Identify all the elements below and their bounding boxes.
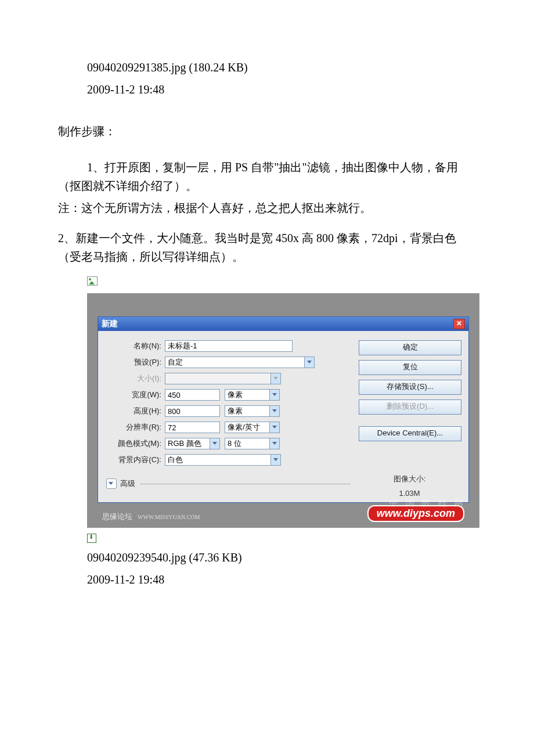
chevron-down-icon	[269, 422, 279, 433]
close-icon[interactable]: ✕	[453, 319, 465, 329]
download-icon	[87, 534, 96, 543]
bg-label: 背景内容(C):	[106, 455, 165, 465]
delete-preset-button: 删除预设(D)...	[359, 399, 461, 415]
top-image-filename: 09040209291385.jpg (180.24 KB)	[87, 58, 476, 77]
bitdepth-select[interactable]: 8 位	[225, 438, 280, 449]
top-image-timestamp: 2009-11-2 19:48	[87, 80, 476, 99]
filename: 09040209291385.jpg	[87, 61, 186, 74]
reset-button[interactable]: 复位	[359, 360, 461, 375]
width-unit: 像素	[225, 390, 269, 400]
chevron-down-icon	[269, 390, 279, 400]
name-input[interactable]	[165, 340, 293, 352]
chevron-down-icon	[210, 438, 219, 449]
cn-watermark: 中 国 教 程 网	[389, 497, 466, 509]
dialog-title: 新建	[102, 319, 118, 329]
preset-value: 自定	[165, 357, 304, 368]
bg-value: 白色	[165, 455, 270, 465]
size-select	[165, 373, 281, 384]
image-size-value: 1.03M	[359, 489, 460, 498]
colormode-value: RGB 颜色	[165, 438, 210, 449]
colormode-label: 颜色模式(M):	[106, 438, 165, 449]
dialog-titlebar: 新建 ✕	[98, 317, 468, 331]
step1-note: 注：这个无所谓方法，根据个人喜好，总之把人抠出来就行。	[58, 199, 476, 217]
width-label: 宽度(W):	[106, 390, 165, 400]
colormode-select[interactable]: RGB 颜色	[165, 438, 220, 449]
name-label: 名称(N):	[106, 341, 165, 351]
image-placeholder-icon	[87, 276, 98, 286]
image-size-label: 图像大小:	[359, 474, 460, 484]
bitdepth-value: 8 位	[225, 438, 269, 449]
ok-button[interactable]: 确定	[359, 340, 461, 355]
height-label: 高度(H):	[106, 406, 165, 416]
resolution-input[interactable]	[165, 422, 220, 433]
bg-select[interactable]: 白色	[165, 454, 281, 466]
advanced-label: 高级	[120, 478, 135, 489]
width-input[interactable]	[165, 389, 220, 401]
chevron-down-icon	[270, 455, 280, 465]
chevron-down-icon	[269, 438, 279, 449]
chevron-down-icon	[269, 406, 279, 416]
resolution-unit: 像素/英寸	[225, 422, 269, 433]
advanced-toggle-icon[interactable]	[106, 478, 117, 489]
chevron-down-icon	[304, 357, 314, 368]
steps-heading: 制作步骤：	[58, 122, 476, 141]
height-input[interactable]	[165, 405, 220, 417]
height-unit: 像素	[225, 406, 269, 416]
device-central-button[interactable]: Device Central(E)...	[359, 426, 461, 441]
filename: 09040209239540.jpg	[87, 551, 186, 564]
step1-text: 1、打开原图，复制一层，用 PS 自带"抽出"滤镜，抽出图像中人物，备用（抠图就…	[58, 158, 476, 195]
preset-label: 预设(P):	[106, 357, 165, 368]
divider	[140, 484, 351, 484]
bottom-image-timestamp: 2009-11-2 19:48	[87, 570, 476, 589]
resolution-label: 分辨率(R):	[106, 422, 165, 433]
step2-text: 2、新建一个文件，大小随意。我当时是宽 450x 高 800 像素，72dpi，…	[58, 229, 476, 266]
new-document-dialog: 新建 ✕ 名称(N): 预设(P): 自定	[98, 316, 469, 503]
filesize: (47.36 KB)	[189, 551, 242, 564]
screenshot-frame: www.bdocx.com 新建 ✕ 名称(N): 预设(P): 自定	[87, 293, 479, 528]
preset-select[interactable]: 自定	[165, 357, 315, 368]
forum-label: 思缘论坛	[102, 512, 132, 521]
save-preset-button[interactable]: 存储预设(S)...	[359, 380, 461, 395]
bottom-image-filename: 09040209239540.jpg (47.36 KB)	[87, 548, 476, 567]
filesize: (180.24 KB)	[189, 61, 248, 74]
resolution-unit-select[interactable]: 像素/英寸	[225, 422, 280, 433]
forum-url: WWW.MISSYUAN.COM	[138, 514, 200, 520]
size-label: 大小(I):	[106, 373, 165, 384]
chevron-down-icon	[270, 373, 280, 384]
width-unit-select[interactable]: 像素	[225, 389, 280, 401]
height-unit-select[interactable]: 像素	[225, 405, 280, 417]
